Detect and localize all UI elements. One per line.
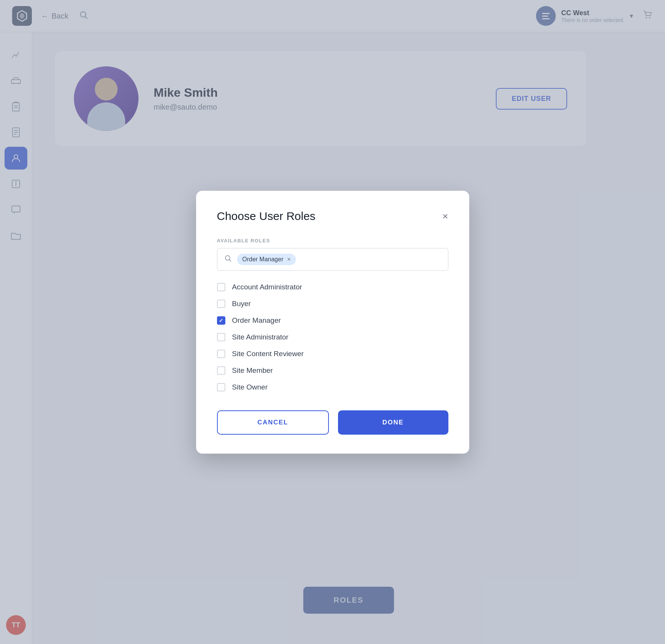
choose-user-roles-modal: Choose User Roles × AVAILABLE ROLES Orde… bbox=[196, 191, 469, 454]
svg-line-22 bbox=[229, 260, 231, 262]
role-item-order-manager[interactable]: Order Manager bbox=[217, 316, 448, 325]
role-label-account-admin: Account Administrator bbox=[232, 283, 302, 291]
svg-point-21 bbox=[225, 256, 230, 260]
role-label-site-member: Site Member bbox=[232, 366, 273, 375]
roles-list: Account Administrator Buyer Order Manage… bbox=[217, 283, 448, 391]
modal-close-button[interactable]: × bbox=[442, 211, 448, 221]
role-label-order-manager: Order Manager bbox=[232, 316, 281, 325]
role-item-site-content-reviewer[interactable]: Site Content Reviewer bbox=[217, 350, 448, 358]
modal-header: Choose User Roles × bbox=[217, 210, 448, 223]
roles-search-box[interactable]: Order Manager × bbox=[217, 248, 448, 271]
modal-buttons: CANCEL DONE bbox=[217, 410, 448, 435]
role-checkbox-account-admin[interactable] bbox=[217, 283, 225, 291]
search-icon bbox=[224, 254, 232, 264]
available-roles-label: AVAILABLE ROLES bbox=[217, 238, 448, 243]
role-item-site-owner[interactable]: Site Owner bbox=[217, 383, 448, 391]
role-checkbox-site-content-reviewer[interactable] bbox=[217, 350, 225, 358]
role-item-site-member[interactable]: Site Member bbox=[217, 366, 448, 375]
cancel-button[interactable]: CANCEL bbox=[217, 410, 329, 435]
role-item-buyer[interactable]: Buyer bbox=[217, 300, 448, 308]
role-item-site-admin[interactable]: Site Administrator bbox=[217, 333, 448, 341]
role-checkbox-site-member[interactable] bbox=[217, 366, 225, 375]
role-checkbox-buyer[interactable] bbox=[217, 300, 225, 308]
role-checkbox-order-manager[interactable] bbox=[217, 316, 225, 325]
role-label-buyer: Buyer bbox=[232, 300, 251, 308]
modal-title: Choose User Roles bbox=[217, 210, 316, 223]
role-label-site-admin: Site Administrator bbox=[232, 333, 289, 341]
selected-role-tag: Order Manager × bbox=[237, 254, 296, 265]
role-checkbox-site-admin[interactable] bbox=[217, 333, 225, 341]
tag-label: Order Manager bbox=[242, 256, 284, 263]
role-label-site-owner: Site Owner bbox=[232, 383, 268, 391]
tag-remove-button[interactable]: × bbox=[287, 256, 291, 263]
role-checkbox-site-owner[interactable] bbox=[217, 383, 225, 391]
role-item-account-admin[interactable]: Account Administrator bbox=[217, 283, 448, 291]
modal-overlay: Choose User Roles × AVAILABLE ROLES Orde… bbox=[0, 0, 665, 644]
done-button[interactable]: DONE bbox=[338, 410, 448, 435]
role-label-site-content-reviewer: Site Content Reviewer bbox=[232, 350, 304, 358]
